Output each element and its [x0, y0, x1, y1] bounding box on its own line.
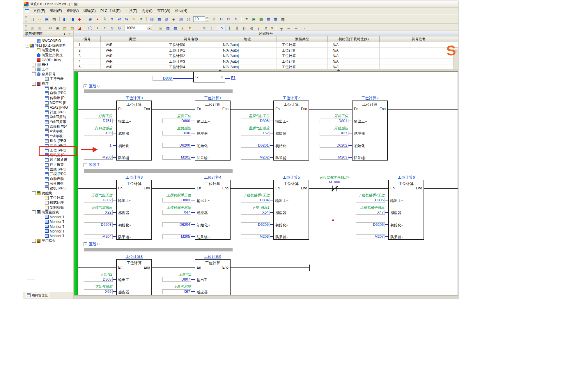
- operand-box[interactable]: D800: [162, 119, 191, 123]
- operand-box[interactable]: D6202: [320, 143, 348, 148]
- column-header[interactable]: 地址: [218, 36, 277, 42]
- tree-item[interactable]: 读卡器通讯: [23, 158, 73, 162]
- splitter[interactable]: [74, 69, 458, 72]
- operand-box[interactable]: M202: [241, 155, 270, 160]
- project-panel-tab[interactable]: 项目管理区: [25, 292, 50, 298]
- chevron-down-icon[interactable]: ▼: [147, 26, 152, 30]
- print-icon[interactable]: ▤: [51, 16, 58, 22]
- cut-icon[interactable]: ✂: [47, 25, 54, 31]
- tree-expander-icon[interactable]: -: [26, 44, 29, 47]
- function-block[interactable]: 工位计算9 工位计算 En Eno 输出工~ 感应器 初始化~ 防呆辅~: [161, 259, 231, 295]
- symbol-row[interactable]: 1 VAR 工位计算0 N/A [Auto] 工位计算 N/A: [74, 42, 458, 48]
- tree-item[interactable]: + 应用指令: [23, 238, 73, 243]
- tree-expander-icon[interactable]: -: [32, 82, 36, 86]
- tree-item[interactable]: Y轴示教 [: [23, 134, 73, 138]
- menu-item[interactable]: 工具(T): [123, 8, 139, 14]
- wand-icon[interactable]: ↯: [232, 16, 239, 22]
- tree-item[interactable]: 锁机 [PRG: [23, 186, 73, 191]
- tree-item[interactable]: 停止报警: [23, 162, 73, 167]
- scroll-up-icon[interactable]: ▲: [454, 47, 458, 52]
- function-block[interactable]: 工位计算8 工位计算 En Eno 输出工~ 感应器 初始化~ 防呆辅~: [82, 259, 152, 295]
- collapse-icon[interactable]: -: [84, 242, 87, 246]
- tree-item[interactable]: X轴回原与: [23, 115, 73, 119]
- tree-item[interactable]: 盖膜机与起: [23, 124, 73, 129]
- info-icon[interactable]: ◎: [185, 16, 192, 22]
- menu-item[interactable]: 编译(C): [81, 8, 98, 14]
- monitor-icon[interactable]: ▥: [148, 16, 155, 22]
- fb-box[interactable]: 工位计算 En Eno 输出工~ 感应器 初始化~ 防呆辅~: [195, 180, 231, 240]
- network-view-icon[interactable]: ▦: [172, 25, 179, 31]
- add-network-icon[interactable]: +: [194, 25, 201, 31]
- function-block[interactable]: 工位计算3 工位计算 En Eno 输出工~ 感应器 初始化~ 防呆辅~: [82, 180, 152, 240]
- tree-item[interactable]: 编码器 [P: [23, 153, 73, 157]
- operand-box[interactable]: X37: [320, 131, 348, 135]
- vertical-line-tool-icon[interactable]: ┬: [278, 25, 285, 31]
- operand-box[interactable]: D802: [84, 198, 113, 202]
- section-header[interactable]: - 区段 6: [84, 84, 100, 89]
- operand-box[interactable]: X22: [84, 210, 113, 215]
- fb-box[interactable]: 工位计算 En Eno 输出工~ 感应器 初始化~ 防呆辅~: [116, 180, 152, 240]
- operand-box[interactable]: X47: [162, 210, 191, 215]
- window-layout-icon[interactable]: ◨: [69, 16, 76, 22]
- operand-box[interactable]: D803: [162, 198, 191, 202]
- horizontal-line-tool-icon[interactable]: ─: [285, 25, 292, 31]
- operand-box[interactable]: D808: [84, 277, 113, 282]
- function-block[interactable]: 工位计算7 工位计算 En Eno 输出工~ 感应器 初始化~ 防呆辅~: [239, 101, 309, 161]
- copy-icon[interactable]: ▣: [54, 25, 61, 31]
- stop-icon[interactable]: ●: [94, 16, 101, 22]
- operand-box[interactable]: D6206: [356, 222, 385, 227]
- function-block[interactable]: 工位计算5 工位计算 En Eno 输出工~ 感应器 初始化~ 防呆辅~: [239, 180, 309, 240]
- tree-item[interactable]: 手动 [PRG: [23, 86, 73, 91]
- coil-tool-icon[interactable]: {}: [241, 25, 248, 31]
- fb-instance-label[interactable]: 工位计算0: [116, 96, 152, 101]
- find-icon[interactable]: ⌖: [94, 25, 101, 31]
- function-block-partial[interactable]: S D: [193, 72, 225, 82]
- compare-tool-icon[interactable]: ≷: [248, 25, 255, 31]
- function-block[interactable]: 工位计算4 工位计算 En Eno 输出工~ 感应器 初始化~ 防呆辅~: [161, 180, 231, 240]
- section-header[interactable]: - 区段 7: [84, 162, 100, 168]
- symbol-row[interactable]: 3 VAR 工位计算2 N/A [Auto] 工位计算 N/A: [74, 53, 458, 59]
- operand-box[interactable]: X36: [162, 131, 191, 135]
- function-tool-icon[interactable]: ƒ: [255, 25, 262, 31]
- delete-line-tool-icon[interactable]: ┴: [293, 25, 300, 31]
- zoom-select[interactable]: 100% ▼: [125, 25, 152, 31]
- tree-expander-icon[interactable]: -: [32, 72, 36, 76]
- ladder-editor[interactable]: S D D808 E1 - 区段 6 - 区段 7 - 区段 8: [74, 72, 458, 295]
- toolbar-grip[interactable]: [25, 16, 27, 22]
- operand-box[interactable]: D804: [241, 198, 270, 202]
- tree-item[interactable]: 装置使用状况: [23, 53, 73, 57]
- fb-box[interactable]: 工位计算 En Eno 输出工~ 感应器 初始化~ 防呆辅~: [273, 101, 309, 161]
- tree-item[interactable]: 计量 [PRG: [23, 110, 73, 115]
- plc-to-pc-icon[interactable]: ⇆: [123, 16, 130, 22]
- column-header[interactable]: 数据类型: [277, 36, 328, 42]
- gray-circle-icon[interactable]: ⊖: [210, 16, 217, 22]
- structure-list-icon[interactable]: ≡: [243, 16, 250, 22]
- column-header[interactable]: 符号名称: [164, 36, 218, 42]
- open-file-icon[interactable]: ▱: [36, 16, 43, 22]
- column-header[interactable]: 初始值(下载时生效): [328, 36, 380, 42]
- collapse-icon[interactable]: -: [84, 163, 87, 167]
- tool-dropdown-icon[interactable]: ▾: [270, 25, 274, 31]
- fb-instance-label[interactable]: 工位计算7: [273, 96, 309, 101]
- fb-box[interactable]: 工位计算 En Eno 输出工~ 感应器 初始化~ 防呆辅~: [195, 259, 231, 295]
- rotate-icon[interactable]: ↺: [225, 16, 232, 22]
- column-header[interactable]: 符号注释: [380, 36, 458, 42]
- tree-item[interactable]: 盖膜 [PRG: [23, 167, 73, 172]
- operand-box[interactable]: M206: [241, 234, 270, 239]
- menu-item[interactable]: PLC 主机(P): [98, 8, 123, 14]
- operand-box[interactable]: M205: [162, 234, 191, 239]
- fb-instance-label[interactable]: 工位计算6: [388, 175, 424, 180]
- goto-up-icon[interactable]: ⇅: [201, 25, 208, 31]
- ladder-view-icon[interactable]: ▦: [164, 25, 171, 31]
- paste-special-icon[interactable]: ▤: [69, 25, 76, 31]
- tree-item[interactable]: 替换按钮: [23, 181, 73, 186]
- find-replace-icon[interactable]: ⌖: [101, 25, 108, 31]
- insert-network-below-icon[interactable]: ▼: [186, 25, 193, 31]
- menu-item[interactable]: 窗口(W): [155, 8, 173, 14]
- fb-instance-label[interactable]: 工位计算5: [273, 175, 309, 180]
- tree-item[interactable]: 模式处理: [23, 200, 73, 205]
- lock-icon[interactable]: ◈: [170, 16, 177, 22]
- tree-item[interactable]: 机头 [PRG: [23, 138, 73, 143]
- and-tool-icon[interactable]: &: [263, 25, 270, 31]
- tree-item[interactable]: Monitor T: [23, 219, 73, 224]
